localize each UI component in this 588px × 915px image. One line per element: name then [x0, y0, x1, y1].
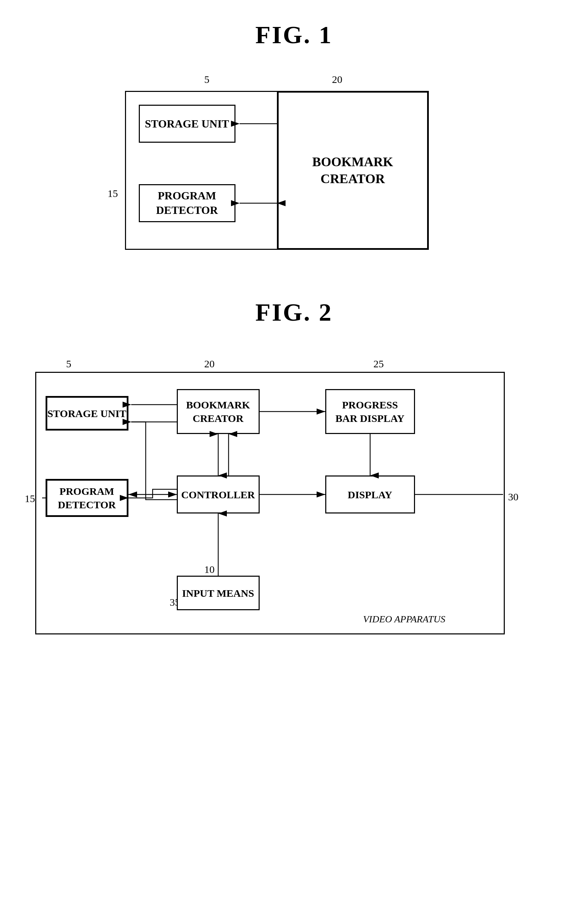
video-apparatus-label: VIDEO APPARATUS: [363, 614, 446, 625]
fig2-display-label: DISPLAY: [348, 488, 392, 501]
fig2-section: FIG. 2 5 20 25 VIDEO APPARATUS STORAGE U…: [34, 298, 554, 652]
fig2-program-label: PROGRAMDETECTOR: [58, 484, 116, 512]
fig1-program-label: PROGRAMDETECTOR: [156, 189, 218, 217]
fig2-bookmark-label: BOOKMARKCREATOR: [186, 398, 250, 425]
fig1-storage-box: STORAGE UNIT: [139, 105, 236, 143]
fig1-title: FIG. 1: [34, 21, 554, 49]
fig2-input-label: INPUT MEANS: [182, 586, 254, 600]
fig2-progress-box: PROGRESSBAR DISPLAY: [325, 389, 415, 434]
fig1-section: FIG. 1 5 20 15 STORAGE UNIT PROGRAMDETEC…: [34, 21, 554, 264]
fig2-storage-label: STORAGE UNIT: [47, 407, 126, 420]
fig2-controller-box: CONTROLLER: [177, 476, 260, 513]
page: FIG. 1 5 20 15 STORAGE UNIT PROGRAMDETEC…: [0, 0, 588, 915]
ref-15-fig1: 15: [108, 188, 118, 199]
ref-5-fig1: 5: [204, 74, 210, 85]
fig1-bookmark-box: BOOKMARKCREATOR: [277, 91, 429, 250]
ref-20-fig2: 20: [204, 358, 215, 370]
ref-15-fig2: 15: [25, 493, 35, 505]
fig2-controller-label: CONTROLLER: [181, 488, 255, 501]
fig1-bookmark-label: BOOKMARKCREATOR: [312, 154, 393, 188]
ref-30-fig2: 30: [508, 491, 519, 503]
fig1-program-box: PROGRAMDETECTOR: [139, 184, 236, 222]
fig2-program-box: PROGRAMDETECTOR: [45, 479, 128, 517]
fig1-storage-label: STORAGE UNIT: [145, 118, 229, 130]
fig1-diagram: 5 20 15 STORAGE UNIT PROGRAMDETECTOR BOO…: [104, 70, 484, 264]
ref-20-fig1: 20: [332, 74, 342, 85]
ref-25-fig2: 25: [373, 358, 384, 370]
fig2-storage-box: STORAGE UNIT: [45, 396, 128, 431]
fig2-bookmark-box: BOOKMARKCREATOR: [177, 389, 260, 434]
ref-10-fig2: 10: [204, 564, 215, 575]
fig2-display-box: DISPLAY: [325, 476, 415, 513]
fig2-title: FIG. 2: [34, 298, 554, 327]
fig2-input-box: INPUT MEANS: [177, 576, 260, 610]
fig2-progress-label: PROGRESSBAR DISPLAY: [336, 398, 405, 425]
fig2-diagram: 5 20 25 VIDEO APPARATUS STORAGE UNIT BOO…: [35, 348, 553, 652]
ref-5-fig2: 5: [66, 358, 71, 370]
